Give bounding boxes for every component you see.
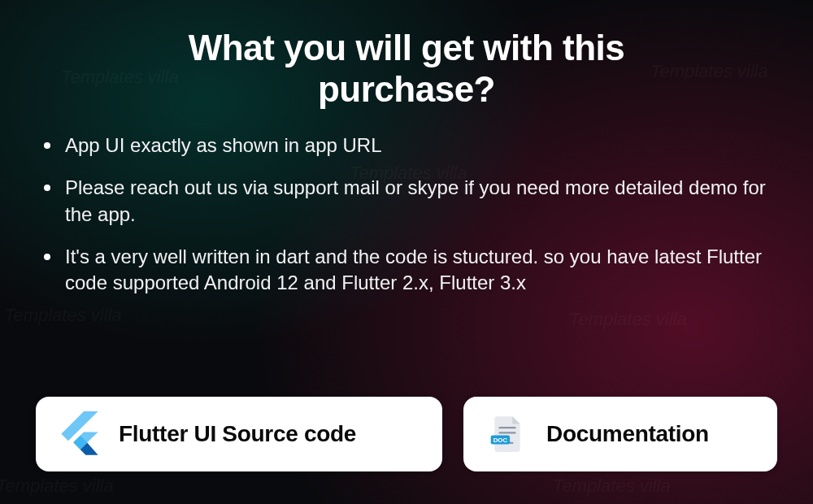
promo-container: What you will get with this purchase? Ap… xyxy=(0,0,813,504)
feature-list: App UI exactly as shown in app URL Pleas… xyxy=(36,133,777,389)
source-code-card: Flutter UI Source code xyxy=(36,397,442,471)
svg-text:DOC: DOC xyxy=(493,437,508,444)
documentation-label: Documentation xyxy=(546,421,709,447)
page-title: What you will get with this purchase? xyxy=(154,28,659,110)
list-item: App UI exactly as shown in app URL xyxy=(41,133,777,159)
documentation-card: DOC Documentation xyxy=(463,397,777,471)
source-code-label: Flutter UI Source code xyxy=(119,421,356,447)
list-item: It's a very well written in dart and the… xyxy=(41,244,777,296)
document-icon: DOC xyxy=(485,411,530,457)
flutter-icon xyxy=(57,411,102,457)
list-item: Please reach out us via support mail or … xyxy=(41,175,777,227)
deliverable-cards: Flutter UI Source code DOC Documentation xyxy=(36,397,777,471)
